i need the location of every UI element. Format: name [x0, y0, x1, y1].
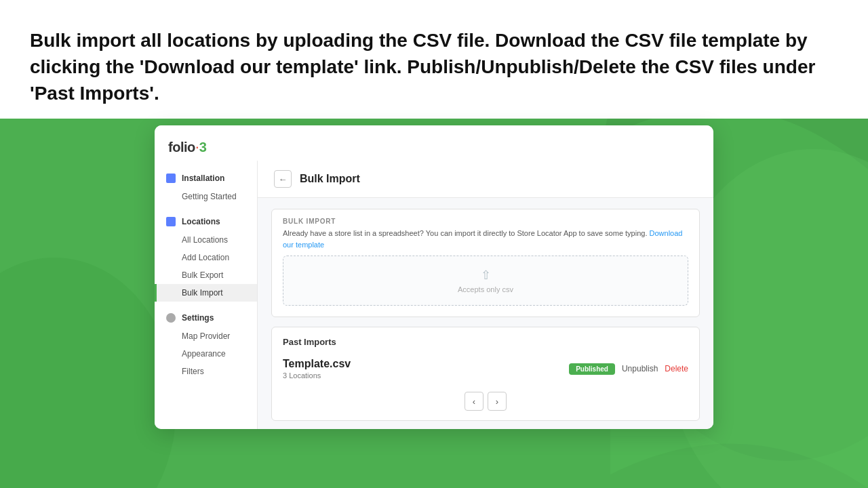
content-body: BULK IMPORT Already have a store list in… [258, 198, 713, 429]
upload-area[interactable]: ⇧ Accepts only csv [283, 256, 688, 306]
page-header: ← Bulk Import [258, 161, 713, 198]
sidebar-settings-header: Settings [155, 307, 257, 327]
window-topbar: folio·3 [155, 125, 713, 161]
import-filename: Template.csv [283, 358, 351, 370]
sidebar-locations-label: Locations [182, 217, 220, 226]
import-info: Template.csv 3 Locations [283, 358, 351, 380]
upload-hint: Accepts only csv [458, 285, 513, 293]
installation-icon [165, 173, 176, 184]
import-actions: Published Unpublish Delete [569, 363, 688, 375]
upload-icon: ⇧ [481, 268, 491, 283]
status-badge: Published [569, 363, 615, 375]
sidebar-item-bulk-export[interactable]: Bulk Export [155, 266, 257, 284]
sidebar-installation-label: Installation [182, 174, 224, 183]
sidebar-item-appearance[interactable]: Appearance [155, 345, 257, 363]
svg-point-3 [0, 258, 176, 488]
sidebar-item-filters[interactable]: Filters [155, 363, 257, 380]
bulk-import-label: BULK IMPORT [283, 218, 688, 225]
sidebar-locations-header: Locations [155, 211, 257, 231]
import-count: 3 Locations [283, 371, 351, 380]
pagination: ‹ › [283, 392, 688, 411]
bulk-import-description: Already have a store list in a spreadshe… [283, 228, 688, 250]
pagination-prev[interactable]: ‹ [465, 392, 484, 411]
past-imports-section: Past Imports Template.csv 3 Locations Pu… [271, 327, 700, 421]
app-window: folio·3 Installation Getting Started [155, 125, 713, 429]
locations-icon [165, 216, 176, 227]
main-content: ← Bulk Import BULK IMPORT Already have a… [258, 161, 713, 429]
bulk-import-card: BULK IMPORT Already have a store list in… [271, 209, 700, 317]
sidebar-installation-header: Installation [155, 167, 257, 188]
bulk-import-card-header: BULK IMPORT Already have a store list in… [272, 209, 699, 256]
sidebar-item-getting-started[interactable]: Getting Started [155, 188, 257, 205]
sidebar-settings-label: Settings [182, 313, 214, 323]
unpublish-button[interactable]: Unpublish [622, 364, 658, 373]
sidebar-item-all-locations[interactable]: All Locations [155, 231, 257, 249]
instruction-area: Bulk import all locations by uploading t… [30, 27, 838, 107]
sidebar-item-bulk-import[interactable]: Bulk Import [155, 284, 257, 302]
window-body: Installation Getting Started Locations A… [155, 161, 713, 429]
logo-three: 3 [199, 140, 207, 155]
sidebar-section-installation: Installation Getting Started [155, 167, 257, 205]
back-button[interactable]: ← [274, 170, 292, 188]
logo: folio·3 [168, 138, 206, 156]
sidebar: Installation Getting Started Locations A… [155, 161, 258, 429]
settings-icon [165, 312, 176, 323]
sidebar-item-add-location[interactable]: Add Location [155, 249, 257, 266]
sidebar-section-settings: Settings Map Provider Appearance Filters [155, 307, 257, 380]
sidebar-item-map-provider[interactable]: Map Provider [155, 327, 257, 345]
delete-button[interactable]: Delete [665, 364, 688, 373]
import-row: Template.csv 3 Locations Published Unpub… [283, 355, 688, 382]
sidebar-section-locations: Locations All Locations Add Location Bul… [155, 211, 257, 302]
pagination-next[interactable]: › [488, 392, 507, 411]
page-title: Bulk Import [300, 173, 360, 185]
logo-text: folio [168, 140, 195, 155]
instruction-text: Bulk import all locations by uploading t… [30, 27, 838, 107]
past-imports-title: Past Imports [283, 337, 688, 347]
